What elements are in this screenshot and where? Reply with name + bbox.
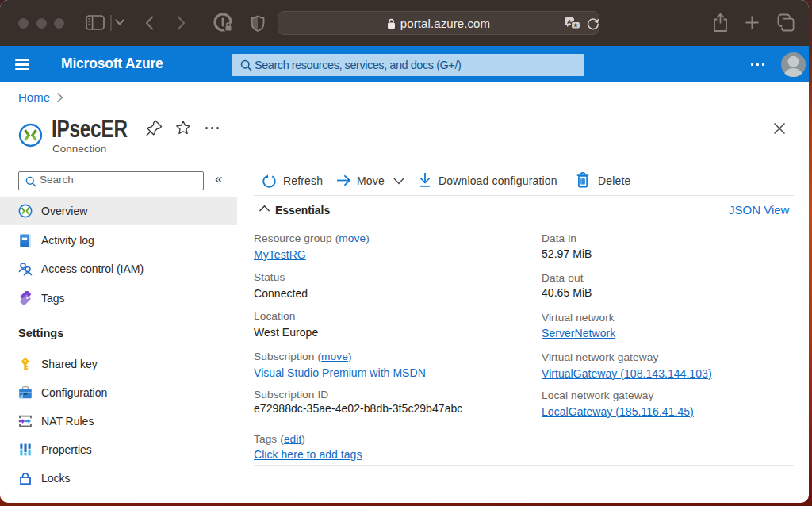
svg-text:★: ★ [573, 22, 579, 28]
